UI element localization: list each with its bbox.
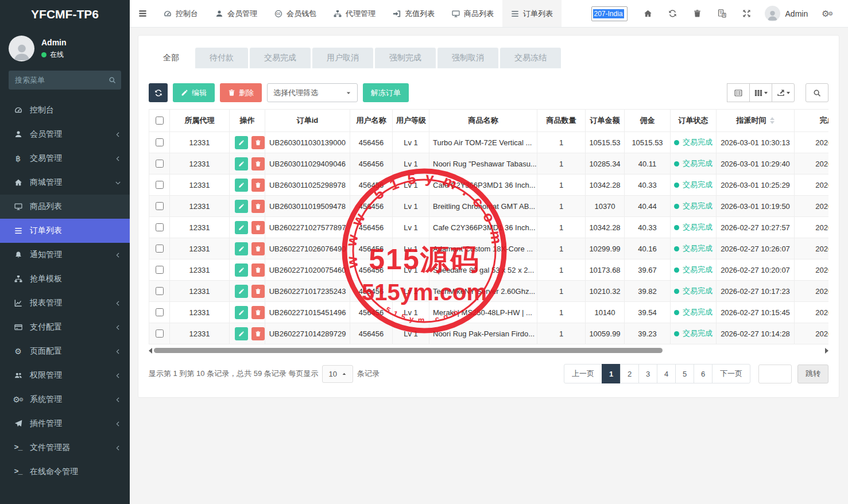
- tab-search-input[interactable]: 207-India: [591, 6, 628, 21]
- menu-search-input[interactable]: [9, 71, 121, 90]
- row-delete-button[interactable]: [251, 157, 265, 170]
- select-all-checkbox[interactable]: [156, 117, 164, 125]
- jump-button[interactable]: 跳转: [797, 365, 828, 383]
- page-button[interactable]: 6: [694, 364, 713, 383]
- scroll-left-arrow[interactable]: [149, 348, 152, 354]
- row-delete-button[interactable]: [251, 242, 265, 255]
- row-delete-button[interactable]: [251, 263, 265, 277]
- topnav-tab[interactable]: 代理管理: [325, 0, 384, 27]
- delete-button[interactable]: 删除: [220, 83, 262, 102]
- row-delete-button[interactable]: [251, 200, 265, 213]
- sidebar-item[interactable]: 权限管理: [0, 363, 130, 387]
- filter-tab[interactable]: 强制完成: [375, 48, 436, 68]
- filter-tab[interactable]: 强制取消: [437, 48, 498, 68]
- search-icon[interactable]: [109, 76, 116, 84]
- sidebar-item[interactable]: 抢单模板: [0, 267, 130, 291]
- translate-button[interactable]: 文A: [710, 0, 734, 28]
- page-button[interactable]: 5: [675, 364, 694, 383]
- row-delete-button[interactable]: [251, 285, 265, 298]
- row-checkbox[interactable]: [156, 160, 164, 168]
- row-edit-button[interactable]: [235, 179, 248, 192]
- sidebar-item[interactable]: 商城管理: [0, 170, 130, 195]
- cell-level: Lv 1: [393, 196, 429, 217]
- row-delete-button[interactable]: [251, 306, 265, 319]
- row-edit-button[interactable]: [235, 242, 248, 255]
- admin-menu[interactable]: Admin: [759, 6, 814, 21]
- topnav-tab[interactable]: CC 会员钱包: [266, 0, 325, 27]
- sidebar-toggle-button[interactable]: [130, 0, 155, 27]
- sidebar-item[interactable]: 订单列表: [0, 219, 130, 243]
- row-delete-button[interactable]: [251, 327, 265, 340]
- row-checkbox[interactable]: [156, 202, 164, 210]
- page-button[interactable]: 2: [620, 364, 639, 383]
- sidebar-item[interactable]: >_ 在线命令管理: [0, 460, 130, 484]
- status-dot: [674, 267, 679, 273]
- sidebar-item[interactable]: 通知管理: [0, 243, 130, 267]
- trash-button[interactable]: [685, 0, 710, 28]
- page-button[interactable]: 4: [657, 364, 676, 383]
- row-edit-button[interactable]: [235, 200, 248, 213]
- horizontal-scrollbar[interactable]: [149, 347, 828, 354]
- row-checkbox[interactable]: [156, 266, 164, 274]
- topnav-tab[interactable]: 充值列表: [384, 0, 443, 27]
- sidebar-item[interactable]: >_ 文件管理器: [0, 436, 130, 460]
- next-page-button[interactable]: 下一页: [712, 364, 750, 383]
- page-size-select[interactable]: 10: [322, 365, 353, 383]
- topnav-tab[interactable]: 控制台: [155, 0, 207, 27]
- filter-tab[interactable]: 交易完成: [250, 48, 311, 68]
- cell-order-id: UB2603011030139000: [265, 132, 350, 153]
- topnav-tab[interactable]: 商品列表: [443, 0, 502, 27]
- home-button[interactable]: [636, 0, 660, 28]
- filter-tab[interactable]: 用户取消: [312, 48, 373, 68]
- edit-button[interactable]: 编辑: [173, 83, 215, 102]
- sidebar-item[interactable]: 会员管理: [0, 122, 130, 146]
- row-edit-button[interactable]: [235, 285, 248, 298]
- view-button[interactable]: [727, 83, 750, 102]
- row-edit-button[interactable]: [235, 263, 248, 277]
- sidebar-item[interactable]: 插件管理: [0, 412, 130, 436]
- topnav-tab[interactable]: 订单列表: [502, 0, 562, 27]
- row-checkbox[interactable]: [156, 329, 164, 338]
- table-search-button[interactable]: [806, 83, 828, 102]
- expand-button[interactable]: [734, 0, 759, 28]
- view-button[interactable]: [772, 83, 795, 102]
- row-edit-button[interactable]: [235, 306, 248, 319]
- prev-page-button[interactable]: 上一页: [564, 364, 602, 383]
- sidebar-item[interactable]: ⚙ 页面配置: [0, 339, 130, 363]
- row-delete-button[interactable]: [251, 179, 265, 192]
- unfreeze-button[interactable]: 解冻订单: [363, 83, 409, 102]
- row-checkbox[interactable]: [156, 223, 164, 231]
- settings-button[interactable]: ⚙⚙: [814, 0, 841, 28]
- row-checkbox[interactable]: [156, 138, 164, 146]
- row-checkbox[interactable]: [156, 245, 164, 253]
- row-checkbox[interactable]: [156, 181, 164, 189]
- topnav-tab[interactable]: 会员管理: [207, 0, 266, 27]
- row-edit-button[interactable]: [235, 327, 248, 340]
- filter-tab[interactable]: 待付款: [195, 48, 248, 68]
- row-edit-button[interactable]: [235, 136, 248, 149]
- page-button[interactable]: 3: [638, 364, 657, 383]
- refresh-button[interactable]: [660, 0, 685, 28]
- scrollbar-thumb[interactable]: [154, 348, 663, 353]
- column-header[interactable]: 指派时间: [717, 110, 795, 132]
- row-edit-button[interactable]: [235, 157, 248, 170]
- row-checkbox[interactable]: [156, 308, 164, 316]
- sidebar-item[interactable]: 商品列表: [0, 195, 130, 219]
- sidebar-item[interactable]: 支付配置: [0, 315, 130, 339]
- view-button[interactable]: [749, 83, 772, 102]
- row-delete-button[interactable]: [251, 136, 265, 149]
- refresh-button[interactable]: [149, 83, 168, 102]
- page-button[interactable]: 1: [602, 364, 621, 383]
- filter-tab[interactable]: 全部: [149, 48, 193, 68]
- row-checkbox[interactable]: [156, 287, 164, 295]
- sidebar-item[interactable]: 报表管理: [0, 291, 130, 315]
- sidebar-item[interactable]: 控制台: [0, 98, 130, 122]
- scroll-right-arrow[interactable]: [825, 348, 828, 354]
- row-edit-button[interactable]: [235, 221, 248, 234]
- agent-filter-select[interactable]: 选择代理筛选: [267, 83, 358, 102]
- row-delete-button[interactable]: [251, 221, 265, 234]
- filter-tab[interactable]: 交易冻结: [500, 48, 561, 68]
- jump-page-input[interactable]: [758, 365, 792, 383]
- sidebar-item[interactable]: ฿ 交易管理: [0, 146, 130, 170]
- sidebar-item[interactable]: ⚙⚙ 系统管理: [0, 387, 130, 412]
